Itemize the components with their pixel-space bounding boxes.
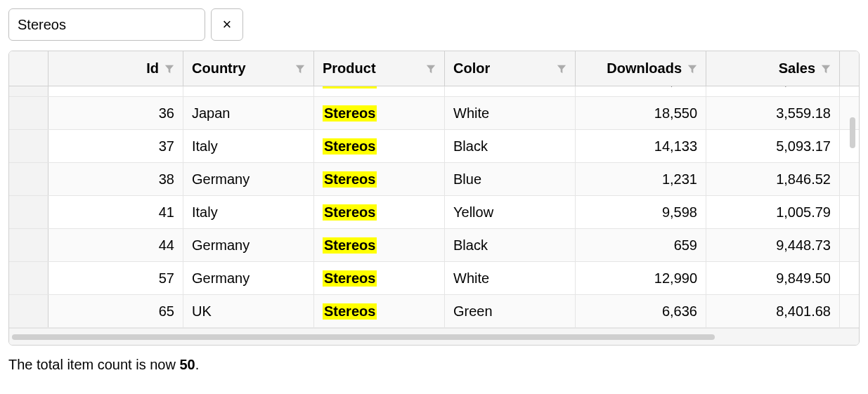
column-header-id[interactable]: Id <box>48 51 183 86</box>
cell-product: Stereos <box>314 163 445 195</box>
cell-country: Italy <box>183 130 314 162</box>
table-row[interactable]: 57GermanyStereosWhite12,9909,849.50 <box>9 262 859 295</box>
cell-id: 31 <box>48 86 183 96</box>
vertical-scrollbar-thumb[interactable] <box>850 117 855 148</box>
cell-downloads: 10,089 <box>576 86 706 96</box>
footer-count: 50 <box>179 357 195 372</box>
cell-id: 41 <box>48 196 183 228</box>
filter-icon[interactable] <box>426 64 436 74</box>
cell-color: Green <box>445 295 576 327</box>
column-label: Country <box>192 60 246 77</box>
cell-sales: 5,093.17 <box>706 130 840 162</box>
column-header-sales[interactable]: Sales <box>706 51 840 86</box>
grid-header-row: Id Country Product Color Downloads <box>9 51 859 86</box>
cell-color: White <box>445 97 576 129</box>
cell-product: Stereos <box>314 262 445 294</box>
search-input[interactable] <box>8 8 205 41</box>
cell-sales: 8,401.68 <box>706 295 840 327</box>
search-highlight: Stereos <box>323 171 377 188</box>
search-highlight: Stereos <box>323 86 377 88</box>
column-label: Product <box>323 60 376 77</box>
column-label: Id <box>146 60 159 77</box>
table-row[interactable]: 41ItalyStereosYellow9,5981,005.79 <box>9 196 859 229</box>
cell-downloads: 18,550 <box>576 97 706 129</box>
search-highlight: Stereos <box>323 270 377 287</box>
filter-icon[interactable] <box>821 64 831 74</box>
table-row[interactable]: 65UKStereosGreen6,6368,401.68 <box>9 295 859 328</box>
cell-product: Stereos <box>314 295 445 327</box>
cell-color: Black <box>445 130 576 162</box>
table-row[interactable]: 38GermanyStereosBlue1,2311,846.52 <box>9 163 859 196</box>
cell-country: Germany <box>183 163 314 195</box>
row-header[interactable] <box>9 86 48 96</box>
row-header[interactable] <box>9 229 48 261</box>
row-header[interactable] <box>9 262 48 294</box>
cell-sales: 1,005.79 <box>706 196 840 228</box>
column-header-rowhead[interactable] <box>9 51 48 86</box>
row-header[interactable] <box>9 196 48 228</box>
row-header[interactable] <box>9 295 48 327</box>
cell-downloads: 6,636 <box>576 295 706 327</box>
grid-body[interactable]: 31GreeceStereosWhite10,0898,264.5036Japa… <box>9 86 859 328</box>
horizontal-scrollbar[interactable] <box>9 328 859 345</box>
cell-sales: 3,559.18 <box>706 97 840 129</box>
footer-prefix: The total item count is now <box>8 357 179 372</box>
column-header-country[interactable]: Country <box>183 51 314 86</box>
cell-product: Stereos <box>314 97 445 129</box>
cell-product: Stereos <box>314 229 445 261</box>
cell-downloads: 659 <box>576 229 706 261</box>
cell-color: Blue <box>445 163 576 195</box>
vertical-scrollbar[interactable] <box>846 86 859 328</box>
cell-product: Stereos <box>314 86 445 96</box>
table-row[interactable]: 44GermanyStereosBlack6599,448.73 <box>9 229 859 262</box>
cell-id: 38 <box>48 163 183 195</box>
cell-id: 37 <box>48 130 183 162</box>
table-row[interactable]: 31GreeceStereosWhite10,0898,264.50 <box>9 86 859 97</box>
cell-sales: 8,264.50 <box>706 86 840 96</box>
search-highlight: Stereos <box>323 204 377 221</box>
cell-country: Greece <box>183 86 314 96</box>
search-highlight: Stereos <box>323 303 377 320</box>
column-header-downloads[interactable]: Downloads <box>576 51 706 86</box>
column-header-product[interactable]: Product <box>314 51 445 86</box>
filter-icon[interactable] <box>295 64 305 74</box>
clear-search-button[interactable]: × <box>211 8 243 41</box>
cell-product: Stereos <box>314 196 445 228</box>
cell-sales: 1,846.52 <box>706 163 840 195</box>
column-label: Sales <box>779 60 815 77</box>
table-row[interactable]: 37ItalyStereosBlack14,1335,093.17 <box>9 130 859 163</box>
close-icon: × <box>223 17 232 32</box>
footer-text: The total item count is now 50. <box>8 357 860 373</box>
row-header[interactable] <box>9 130 48 162</box>
column-label: Downloads <box>607 60 682 77</box>
search-highlight: Stereos <box>323 105 377 122</box>
filter-icon[interactable] <box>557 64 566 74</box>
cell-downloads: 12,990 <box>576 262 706 294</box>
row-header[interactable] <box>9 97 48 129</box>
cell-sales: 9,849.50 <box>706 262 840 294</box>
column-label: Color <box>453 60 490 77</box>
filter-icon[interactable] <box>164 64 174 74</box>
footer-suffix: . <box>195 357 200 372</box>
cell-sales: 9,448.73 <box>706 229 840 261</box>
filter-icon[interactable] <box>687 64 697 74</box>
row-header[interactable] <box>9 163 48 195</box>
search-highlight: Stereos <box>323 237 377 254</box>
cell-color: Yellow <box>445 196 576 228</box>
cell-color: Black <box>445 229 576 261</box>
cell-color: White <box>445 262 576 294</box>
data-grid: Id Country Product Color Downloads <box>8 51 860 346</box>
cell-id: 57 <box>48 262 183 294</box>
cell-id: 44 <box>48 229 183 261</box>
cell-downloads: 14,133 <box>576 130 706 162</box>
cell-country: Japan <box>183 97 314 129</box>
column-header-color[interactable]: Color <box>445 51 576 86</box>
table-row[interactable]: 36JapanStereosWhite18,5503,559.18 <box>9 97 859 130</box>
cell-id: 36 <box>48 97 183 129</box>
cell-country: Germany <box>183 229 314 261</box>
column-header-spacer <box>840 51 859 86</box>
cell-country: Germany <box>183 262 314 294</box>
cell-country: Italy <box>183 196 314 228</box>
horizontal-scrollbar-thumb[interactable] <box>12 334 715 340</box>
cell-downloads: 9,598 <box>576 196 706 228</box>
